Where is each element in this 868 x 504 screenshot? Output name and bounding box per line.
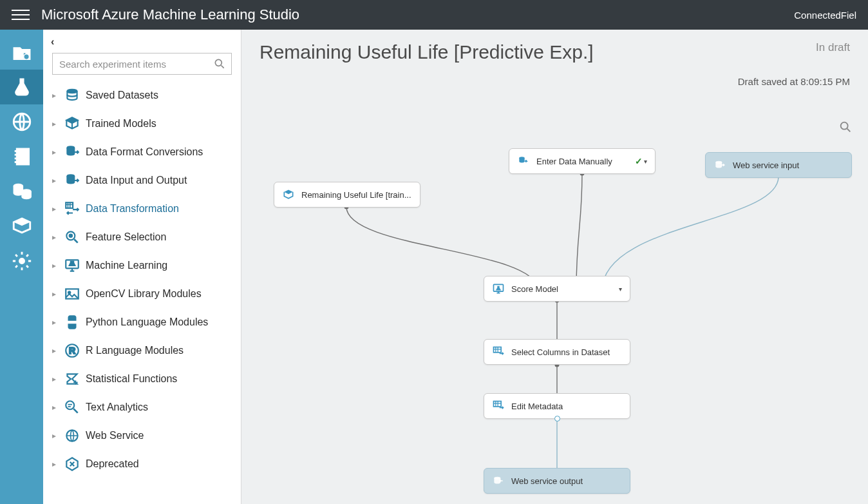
search-input-wrapper <box>52 53 232 75</box>
left-nav <box>0 30 43 504</box>
canvas-search-icon[interactable] <box>838 120 853 137</box>
nav-settings[interactable] <box>0 244 43 278</box>
svg-text:R: R <box>69 345 75 356</box>
chevron-right-icon: ▸ <box>52 374 59 383</box>
palette-category[interactable]: ▸Text Analytics <box>43 393 241 422</box>
chevron-right-icon: ▸ <box>52 346 59 355</box>
nav-projects[interactable] <box>0 35 43 70</box>
node-enter-data[interactable]: Enter Data Manually ✓▾ <box>509 148 656 174</box>
category-label: Feature Selection <box>86 231 166 243</box>
category-icon <box>62 284 82 304</box>
account-menu[interactable]: ConnectedFiel <box>794 10 856 21</box>
db-icon <box>517 155 530 168</box>
chevron-right-icon: ▸ <box>52 176 59 185</box>
palette-category[interactable]: ▸Deprecated <box>43 450 241 478</box>
category-label: Saved Datasets <box>86 90 158 101</box>
chevron-down-icon[interactable]: ▾ <box>619 286 622 293</box>
metadata-icon <box>492 400 505 412</box>
category-label: Deprecated <box>86 458 139 470</box>
experiment-title[interactable]: Remaining Useful Life [Predictive Exp.] <box>259 41 594 63</box>
palette-category[interactable]: ▸Web Service <box>43 422 241 450</box>
category-icon <box>62 426 82 445</box>
chevron-right-icon: ▸ <box>52 204 59 213</box>
svg-point-22 <box>841 122 848 130</box>
svg-rect-34 <box>494 347 502 353</box>
svg-point-7 <box>67 90 77 93</box>
palette-category[interactable]: ▸Python Language Modules <box>43 308 241 336</box>
palette-category[interactable]: ▸Data Transformation <box>43 195 241 223</box>
palette-category[interactable]: ▸RR Language Modules <box>43 336 241 365</box>
top-bar: Microsoft Azure Machine Learning Studio … <box>0 0 868 30</box>
chevron-right-icon: ▸ <box>52 318 59 327</box>
chevron-right-icon: ▸ <box>52 431 59 440</box>
node-select-columns[interactable]: Select Columns in Dataset <box>484 339 630 365</box>
svg-rect-2 <box>16 148 29 165</box>
palette-category[interactable]: ▸Data Input and Output <box>43 166 241 195</box>
category-label: Statistical Functions <box>86 373 177 385</box>
node-label: Enter Data Manually <box>536 157 630 166</box>
nav-notebooks[interactable] <box>0 139 43 174</box>
chevron-right-icon: ▸ <box>52 403 59 412</box>
palette-category[interactable]: ▸Data Format Conversions <box>43 138 241 166</box>
category-icon <box>62 398 82 417</box>
category-icon <box>62 228 82 247</box>
output-port[interactable] <box>554 416 560 422</box>
node-ws-input[interactable]: Web service input <box>705 152 852 178</box>
wires <box>241 30 868 504</box>
nav-trained-models[interactable] <box>0 209 43 244</box>
category-label: Data Transformation <box>86 203 179 215</box>
chevron-right-icon: ▸ <box>52 91 59 100</box>
category-label: Data Input and Output <box>86 175 187 186</box>
category-label: Trained Models <box>86 118 156 130</box>
palette-category[interactable]: ▸Statistical Functions <box>43 365 241 393</box>
svg-point-0 <box>23 54 29 60</box>
category-icon <box>62 142 82 162</box>
category-label: OpenCV Library Modules <box>86 288 202 300</box>
canvas-area[interactable]: Remaining Useful Life [Predictive Exp.] … <box>241 30 868 504</box>
draft-status: In draft <box>738 41 850 54</box>
node-score-model[interactable]: Score Model ▾ <box>484 276 630 302</box>
chevron-right-icon: ▸ <box>52 233 59 242</box>
node-label: Web service output <box>511 476 622 486</box>
node-ws-output[interactable]: Web service output <box>484 468 630 494</box>
search-icon[interactable] <box>213 57 226 70</box>
nav-datasets[interactable] <box>0 174 43 209</box>
category-icon <box>62 454 82 474</box>
category-icon <box>62 256 82 275</box>
palette-category[interactable]: ▸Machine Learning <box>43 251 241 280</box>
svg-point-20 <box>66 401 74 409</box>
ws-output-icon <box>492 474 505 487</box>
palette-category[interactable]: ▸Trained Models <box>43 110 241 138</box>
category-label: Python Language Modules <box>86 316 208 328</box>
category-label: Machine Learning <box>86 260 167 271</box>
node-label: Web service input <box>733 160 844 170</box>
chevron-right-icon: ▸ <box>52 148 59 157</box>
chevron-right-icon: ▸ <box>52 460 59 469</box>
svg-point-17 <box>73 326 75 327</box>
category-icon <box>62 369 82 389</box>
check-icon: ✓ <box>635 156 643 166</box>
svg-point-12 <box>70 235 72 237</box>
nav-web-services[interactable] <box>0 104 43 139</box>
hamburger-menu-icon[interactable] <box>12 6 30 24</box>
score-icon <box>492 282 505 295</box>
collapse-palette-icon[interactable]: ‹ <box>51 36 54 48</box>
category-icon <box>62 171 82 190</box>
chevron-down-icon[interactable]: ▾ <box>644 158 647 165</box>
saved-status: Draft saved at 8:09:15 PM <box>738 76 850 87</box>
palette-category[interactable]: ▸Feature Selection <box>43 223 241 251</box>
node-label: Score Model <box>511 284 614 294</box>
palette-category[interactable]: ▸Saved Datasets <box>43 81 241 110</box>
columns-icon <box>492 345 505 358</box>
category-label: Text Analytics <box>86 402 148 413</box>
palette-panel: ‹ ▸Saved Datasets▸Trained Models▸Data Fo… <box>43 30 241 504</box>
palette-category[interactable]: ▸OpenCV Library Modules <box>43 280 241 308</box>
search-input[interactable] <box>53 59 231 70</box>
chevron-right-icon: ▸ <box>52 261 59 270</box>
svg-point-16 <box>70 317 71 318</box>
node-trained-model[interactable]: Remaining Useful Life [train... <box>274 182 420 208</box>
node-edit-metadata[interactable]: Edit Metadata <box>484 393 630 419</box>
nav-experiments[interactable] <box>0 70 43 104</box>
category-icon <box>62 86 82 105</box>
category-icon <box>62 199 82 218</box>
